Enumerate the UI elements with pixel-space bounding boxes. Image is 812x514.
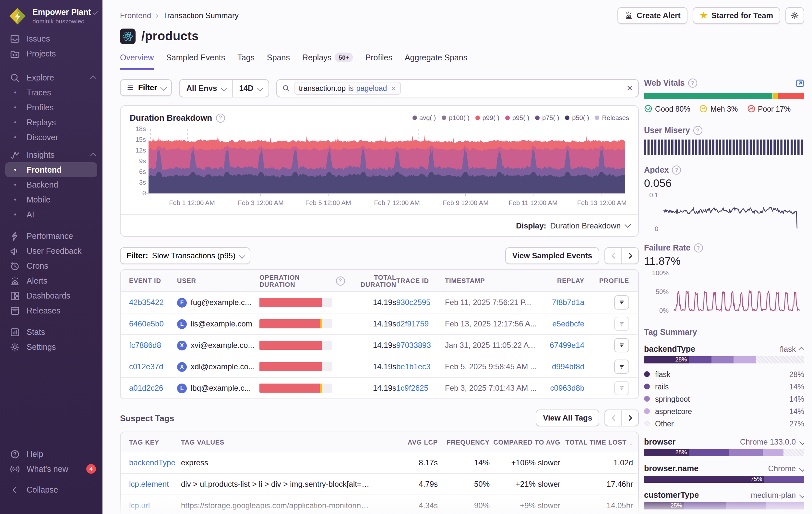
sidebar-item-dashboards[interactable]: Dashboards <box>0 288 103 303</box>
sidebar-item-projects[interactable]: Projects <box>0 46 103 61</box>
event-id-link[interactable]: a01d2c26 <box>129 383 163 393</box>
sidebar-item-performance[interactable]: Performance <box>0 228 103 243</box>
filter-button[interactable]: Filter <box>120 79 172 96</box>
pager-next-button[interactable] <box>621 248 638 264</box>
apdex-chart[interactable]: 0.10 <box>644 190 804 234</box>
create-alert-button[interactable]: Create Alert <box>617 7 688 24</box>
breadcrumb-project[interactable]: Frontend <box>120 11 151 20</box>
event-row[interactable]: fc7886d8Xxvi@example.co...14.19s97033893… <box>121 335 638 356</box>
view-sampled-events-button[interactable]: View Sampled Events <box>505 247 599 264</box>
legend-item[interactable]: p99( ) <box>475 114 499 121</box>
sidebar-item-releases[interactable]: Releases <box>0 303 103 318</box>
tag-value-selector[interactable]: Chrome <box>768 464 804 473</box>
events-filter-button[interactable]: Filter: Slow Transactions (p95) <box>120 247 250 264</box>
profile-button[interactable] <box>614 317 629 331</box>
legend-item[interactable]: Releases <box>595 114 629 121</box>
user-misery-chart[interactable] <box>644 139 804 155</box>
sidebar-item-settings[interactable]: Settings <box>0 340 103 354</box>
event-row[interactable]: c012e37dXxdl@example.co...14.19sbe1b1ec3… <box>121 356 638 378</box>
sidebar-item-collapse[interactable]: Collapse <box>0 482 103 497</box>
tag-distribution-bar[interactable]: 75% <box>644 476 804 483</box>
tab-profiles[interactable]: Profiles <box>366 53 393 70</box>
web-vitals-bar[interactable] <box>644 93 804 99</box>
tag-value-selector[interactable]: Chrome 133.0.0 <box>740 437 804 447</box>
tab-sampled-events[interactable]: Sampled Events <box>166 53 225 70</box>
env-selector[interactable]: All Envs <box>180 80 232 97</box>
help-icon[interactable]: ? <box>336 276 345 285</box>
trace-id-link[interactable]: d2f91759 <box>396 319 429 328</box>
tag-legend-row[interactable]: flask28% <box>644 368 804 380</box>
starred-for-team-button[interactable]: ★ Starred for Team <box>693 7 780 24</box>
column-header-total-time-lost[interactable]: TOTAL TIME LOST↓ <box>560 438 633 446</box>
legend-item[interactable]: p75( ) <box>535 114 559 121</box>
tab-overview[interactable]: Overview <box>120 53 154 70</box>
tab-tags[interactable]: Tags <box>237 53 255 70</box>
suspect-tag-row[interactable]: lcp.elementdiv > ul.products-list > li >… <box>121 474 638 495</box>
trace-id-link[interactable]: 1c9f2625 <box>396 383 428 393</box>
event-id-link[interactable]: 42b35422 <box>129 298 164 307</box>
column-header-avg-lcp[interactable]: AVG LCP <box>380 438 438 445</box>
tab-spans[interactable]: Spans <box>267 53 290 70</box>
tag-legend-row[interactable]: aspnetcore14% <box>644 405 804 417</box>
tag-distribution-bar[interactable]: 28% <box>644 356 804 363</box>
sidebar-item-user-feedback[interactable]: User Feedback <box>0 243 103 258</box>
sidebar-item-frontend[interactable]: Frontend <box>5 162 97 177</box>
event-row[interactable]: 42b35422Ffug@example.c...14.19s930c2595F… <box>121 292 638 314</box>
suspect-tag-row[interactable]: backendTypeexpress8.17s14%+106% slower1.… <box>121 452 638 474</box>
help-icon[interactable]: ? <box>672 165 681 174</box>
column-header-tag-values[interactable]: TAG VALUES <box>181 438 380 445</box>
token-remove-icon[interactable]: ✕ <box>391 85 396 92</box>
pager-prev-button[interactable] <box>605 248 621 264</box>
tag-key-link[interactable]: lcp.url <box>129 501 150 510</box>
suspect-tag-row[interactable]: lcp.urlhttps://storage.googleapis.com/ap… <box>121 495 638 514</box>
open-in-new-icon[interactable] <box>796 79 804 87</box>
replay-link[interactable]: 67499e14 <box>550 341 584 350</box>
tab-replays[interactable]: Replays50+ <box>302 53 353 70</box>
column-header-user[interactable]: USER <box>177 277 259 284</box>
column-header-tag-key[interactable]: TAG KEY <box>129 438 181 445</box>
legend-item[interactable]: p95( ) <box>505 114 529 121</box>
sidebar-item-profiles[interactable]: Profiles <box>0 100 103 115</box>
column-header-timestamp[interactable]: TIMESTAMP <box>445 277 547 284</box>
column-header-operation-duration[interactable]: OPERATION DURATION? <box>259 274 345 288</box>
profile-button[interactable] <box>614 338 629 352</box>
event-id-link[interactable]: 6460e5b0 <box>129 319 164 328</box>
sidebar-item-crons[interactable]: Crons <box>0 258 103 273</box>
tag-legend-row[interactable]: rails14% <box>644 380 804 393</box>
tab-aggregate-spans[interactable]: Aggregate Spans <box>405 53 467 70</box>
tag-distribution-bar[interactable]: 25% <box>644 502 804 510</box>
tag-value-selector[interactable]: medium-plan <box>751 491 804 500</box>
column-header-replay[interactable]: REPLAY <box>547 277 593 284</box>
sidebar-item-traces[interactable]: Traces <box>0 85 103 100</box>
sidebar-item-backend[interactable]: Backend <box>0 177 103 192</box>
replay-link[interactable]: 7f8b7d1a <box>552 298 584 307</box>
org-switcher[interactable]: Empower Plant dominik.buszowiec... <box>8 6 96 26</box>
search-input[interactable]: transaction.op is pageload ✕ ✕ <box>276 79 639 97</box>
help-icon[interactable]: ? <box>216 113 225 122</box>
settings-button[interactable] <box>785 7 804 24</box>
sidebar-item-issues[interactable]: Issues <box>0 31 103 46</box>
sidebar-item-explore[interactable]: Explore <box>0 70 103 85</box>
tag-value-selector[interactable]: flask <box>780 345 804 354</box>
column-header-compared-to-avg[interactable]: COMPARED TO AVG <box>490 438 560 445</box>
trace-id-link[interactable]: 930c2595 <box>396 298 430 307</box>
tag-distribution-bar[interactable]: 28% <box>644 449 804 456</box>
tag-legend-row[interactable]: springboot14% <box>644 393 804 405</box>
search-token[interactable]: transaction.op is pageload ✕ <box>294 82 401 95</box>
legend-item[interactable]: avg( ) <box>412 114 436 121</box>
replay-link[interactable]: e5edbcfe <box>552 319 584 328</box>
profile-button[interactable] <box>614 295 629 309</box>
sidebar-item-discover[interactable]: Discover <box>0 130 103 145</box>
help-icon[interactable]: ? <box>688 79 697 88</box>
duration-breakdown-chart[interactable]: 03s6s9s12s15s18sFeb 1 12:00 AMFeb 3 12:0… <box>130 127 629 212</box>
pager-prev-button[interactable] <box>605 410 621 426</box>
event-row[interactable]: a01d2c26Llbq@example.c...14.19s1c9f2625F… <box>121 378 638 399</box>
profile-button[interactable] <box>614 381 629 395</box>
tag-key-link[interactable]: lcp.element <box>129 480 169 489</box>
event-row[interactable]: 6460e5b0Llis@example.com14.19sd2f91759Fe… <box>121 314 638 335</box>
replay-link[interactable]: c0963d8b <box>550 383 584 393</box>
column-header-profile[interactable]: PROFILE <box>593 277 633 284</box>
pager-next-button[interactable] <box>621 410 638 426</box>
sidebar-item-mobile[interactable]: Mobile <box>0 192 103 207</box>
sidebar-item-what-s-new[interactable]: What's new4 <box>0 461 103 476</box>
